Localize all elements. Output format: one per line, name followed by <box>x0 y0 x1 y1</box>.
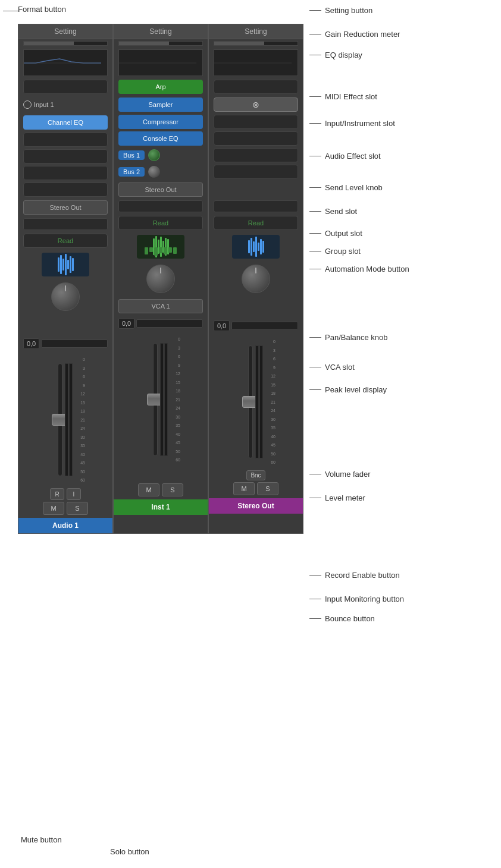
input-slot-audio1[interactable]: Input 1 <box>23 98 108 112</box>
annotation-eq-display: EQ display <box>309 51 362 59</box>
automation-button-audio1[interactable]: Read <box>23 234 108 248</box>
waveform-bars-audio1 <box>58 253 74 276</box>
annotation-send-slot: Send slot <box>309 207 357 216</box>
send-slot2-stereo-out <box>214 165 298 179</box>
pan-knob-container-audio1 <box>51 282 80 311</box>
send-slot1-empty-audio1 <box>23 166 108 180</box>
eq-display-inst1[interactable] <box>118 49 203 76</box>
gain-reduction-meter-audio1 <box>23 41 108 46</box>
annotation-setting-button-label: Setting button <box>325 6 372 15</box>
mute-button-inst1[interactable]: M <box>138 483 159 496</box>
send-slot-bus2[interactable]: Bus 2 <box>118 165 203 179</box>
send-slot2-audio1 <box>23 183 108 197</box>
sampler-slot[interactable]: Sampler <box>118 98 203 112</box>
waveform-bar <box>72 258 74 271</box>
input-circle-audio1 <box>23 100 32 109</box>
instrument-slot-stereo-out[interactable]: ⊗ <box>214 98 298 112</box>
bounce-button-stereo-out[interactable]: Bnc <box>246 470 265 480</box>
audio-effect-consoleeq[interactable]: Console EQ <box>118 131 203 146</box>
peak-bar-inst1 <box>136 319 203 328</box>
pan-knob-inst1[interactable] <box>146 265 175 293</box>
send-slot1-stereo-out <box>214 148 298 162</box>
solo-button-stereo-out[interactable]: S <box>257 482 278 495</box>
output-slot-inst1[interactable]: Stereo Out <box>118 183 203 197</box>
solo-button-audio1[interactable]: S <box>67 502 88 515</box>
annotation-level-meter: Level meter <box>309 493 365 502</box>
audio-effect-empty2-stereo-out <box>214 131 298 146</box>
eq-curve-inst1 <box>119 50 203 76</box>
annotation-peak-level-label: Peak level display <box>325 385 387 394</box>
audio-effect-compressor[interactable]: Compressor <box>118 115 203 129</box>
waveform-bar <box>255 237 257 257</box>
input-monitoring-button-audio1[interactable]: I <box>67 488 81 500</box>
send-level-knob-bus1[interactable] <box>148 149 160 161</box>
channel-name-bar-stereo-out[interactable]: Stereo Out <box>209 498 303 514</box>
level-meter-stereo-out <box>255 345 264 458</box>
waveform-display-audio1 <box>42 253 89 276</box>
annotation-midi-effect: MIDI Effect slot <box>309 92 377 101</box>
annotation-group-slot: Group slot <box>309 247 361 256</box>
midi-slot-inst1[interactable]: Arp <box>118 80 203 94</box>
pan-knob-audio1[interactable] <box>51 282 80 311</box>
eq-display-audio1[interactable] <box>23 49 108 76</box>
channel-eq-button-audio1[interactable]: Channel EQ <box>23 115 108 130</box>
waveform-bars-stereo-out <box>248 235 264 259</box>
consoleeq-slot[interactable]: Console EQ <box>118 131 203 146</box>
automation-button-inst1[interactable]: Read <box>118 216 203 230</box>
ms-row-stereo-out: M S <box>233 482 278 495</box>
setting-button-audio1[interactable]: Setting <box>18 24 112 39</box>
right-annotation-panel: Setting button Gain Reduction meter EQ d… <box>309 0 501 868</box>
vca-slot-inst1[interactable]: VCA 1 <box>118 299 203 313</box>
mute-button-stereo-out[interactable]: M <box>233 482 255 495</box>
group-slot-inst1 <box>118 200 203 212</box>
annotation-bounce-button-label: Bounce button <box>325 614 375 623</box>
waveform-display-stereo-out <box>232 235 280 259</box>
ri-row-audio1: R I <box>50 488 81 500</box>
output-slot-audio1[interactable]: Stereo Out <box>23 200 108 215</box>
send-level-knob-bus2[interactable] <box>148 166 160 178</box>
channel-name-bar-inst1[interactable]: Inst 1 <box>114 499 208 515</box>
gain-reduction-fill-inst1 <box>119 42 169 45</box>
eq-curve-audio1 <box>24 50 108 76</box>
level-meter-inst1 <box>160 343 168 456</box>
page-wrapper: Format button Setting <box>0 0 501 868</box>
send-slot2-empty-audio1 <box>23 183 108 197</box>
pan-knob-stereo-out[interactable] <box>242 265 270 293</box>
peak-display-inst1: 0,0 <box>118 318 203 329</box>
audio-effect-slot2-stereo-out <box>214 131 298 146</box>
gain-reduction-meter-inst1 <box>118 41 203 46</box>
send-slot1-audio1 <box>23 166 108 180</box>
level-meter-bar-l-stereo-out <box>255 345 259 458</box>
instrument-slot-inst1[interactable]: Sampler <box>118 98 203 112</box>
level-meter-bar-l-inst1 <box>160 343 164 456</box>
link-slot-stereo-out[interactable]: ⊗ <box>214 98 298 112</box>
input-label-audio1: Input 1 <box>34 101 54 108</box>
mute-button-audio1[interactable]: M <box>43 502 64 515</box>
annotation-record-enable-label: Record Enable button <box>325 571 400 580</box>
automation-button-stereo-out[interactable]: Read <box>214 216 298 230</box>
waveform-bar <box>70 256 71 273</box>
setting-button-stereo-out[interactable]: Setting <box>209 24 303 39</box>
send-slot-bus1[interactable]: Bus 1 <box>118 148 203 162</box>
waveform-bar <box>262 241 264 253</box>
compressor-slot[interactable]: Compressor <box>118 115 203 129</box>
peak-bar-stereo-out <box>231 322 298 330</box>
automation-label-audio1: Read <box>58 237 73 244</box>
link-icon-stereo-out: ⊗ <box>252 100 259 109</box>
channel-name-bar-audio1[interactable]: Audio 1 <box>18 518 112 533</box>
annotation-solo-button: Solo button <box>110 847 149 856</box>
channel-inst1: Setting Arp Sampler <box>113 24 208 534</box>
peak-display-stereo-out: 0,0 <box>214 320 298 331</box>
waveform-bar <box>67 260 69 269</box>
solo-button-inst1[interactable]: S <box>162 483 183 496</box>
midi-slot-empty-audio1 <box>23 80 108 94</box>
waveform-grid-inst1 <box>137 247 184 256</box>
eq-display-stereo-out[interactable] <box>214 49 298 76</box>
level-meter-bar-r-audio1 <box>69 363 73 476</box>
record-enable-button-audio1[interactable]: R <box>50 488 64 500</box>
vca-placeholder-audio1 <box>23 317 108 334</box>
setting-button-inst1[interactable]: Setting <box>114 24 208 39</box>
waveform-display-inst1 <box>137 235 184 259</box>
midi-effect-arp[interactable]: Arp <box>118 80 203 94</box>
bottom-buttons-stereo-out: Bnc M S <box>209 470 303 498</box>
